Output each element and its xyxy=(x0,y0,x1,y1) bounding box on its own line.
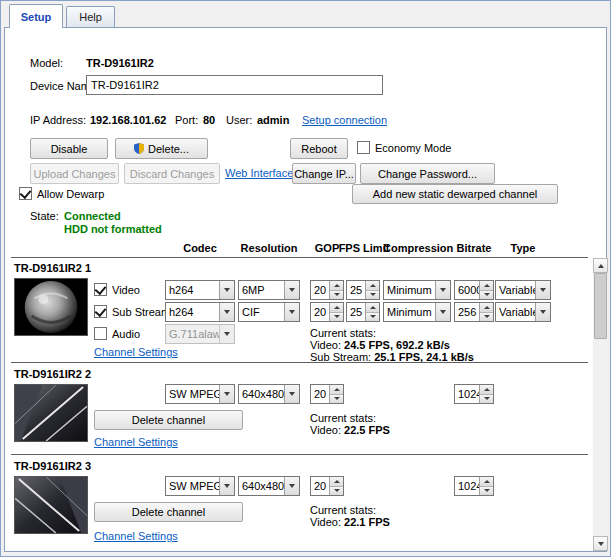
substream-compression-select[interactable]: Minimum xyxy=(383,302,451,322)
spin-up-icon[interactable] xyxy=(480,385,493,394)
substream-gop-spinner[interactable]: 20 xyxy=(310,302,344,322)
spinner-buttons xyxy=(479,385,493,403)
tab-help[interactable]: Help xyxy=(66,6,115,27)
column-header-bitrate: Bitrate xyxy=(451,242,497,254)
channel3-codec-select[interactable]: SW MPEG4 xyxy=(165,476,235,496)
spin-up-icon[interactable] xyxy=(480,303,493,312)
channel-settings-link[interactable]: Channel Settings xyxy=(94,436,178,448)
stat-prefix: Video: xyxy=(310,516,344,528)
chevron-down-icon xyxy=(219,325,234,343)
spin-down-icon[interactable] xyxy=(480,394,493,404)
spin-down-icon[interactable] xyxy=(330,290,343,300)
audio-checkbox[interactable]: Audio xyxy=(94,327,140,340)
web-interface-link[interactable]: Web Interface xyxy=(225,167,293,179)
ip-address-value: 192.168.101.62 xyxy=(90,114,166,126)
substream-checkbox[interactable]: Sub Stream xyxy=(94,305,170,318)
chevron-down-icon xyxy=(435,281,450,299)
change-ip-button[interactable]: Change IP... xyxy=(292,163,356,184)
discard-changes-button[interactable]: Discard Changes xyxy=(124,163,220,184)
scroll-down-icon xyxy=(598,542,604,546)
spin-up-icon[interactable] xyxy=(330,303,343,312)
spin-down-icon[interactable] xyxy=(366,312,379,322)
audio-codec-select[interactable]: G.711alaw xyxy=(165,324,235,344)
substream-type-select[interactable]: Variable xyxy=(495,302,551,322)
substream-resolution-select[interactable]: CIF xyxy=(238,302,300,322)
combo-value: h264 xyxy=(166,303,219,321)
spin-up-icon[interactable] xyxy=(366,303,379,312)
stat-prefix: Video: xyxy=(310,424,344,436)
ip-address-label: IP Address: xyxy=(30,114,86,126)
spin-down-icon[interactable] xyxy=(480,486,493,496)
tab-setup-label: Setup xyxy=(21,11,52,23)
scroll-down-button[interactable] xyxy=(593,536,608,551)
tab-setup[interactable]: Setup xyxy=(9,4,63,28)
delete-channel-button[interactable]: Delete channel xyxy=(94,502,243,522)
spin-down-icon[interactable] xyxy=(330,312,343,322)
device-name-input[interactable] xyxy=(86,75,383,95)
video-checkbox[interactable]: Video xyxy=(94,283,140,296)
video-fps-spinner[interactable]: 25 xyxy=(346,280,380,300)
substream-checkbox-label: Sub Stream xyxy=(112,306,170,318)
reboot-button-label: Reboot xyxy=(301,143,336,155)
spinner-buttons xyxy=(329,281,343,299)
add-dewarped-channel-button[interactable]: Add new static dewarped channel xyxy=(352,184,558,204)
video-compression-select[interactable]: Minimum xyxy=(383,280,451,300)
channel-settings-link[interactable]: Channel Settings xyxy=(94,346,178,358)
column-header-resolution: Resolution xyxy=(238,242,300,254)
video-codec-select[interactable]: h264 xyxy=(165,280,235,300)
video-type-select[interactable]: Variable xyxy=(495,280,551,300)
economy-mode-checkbox[interactable]: Economy Mode xyxy=(357,141,451,154)
channel2-gop-spinner[interactable]: 20 xyxy=(310,384,344,404)
spinner-buttons xyxy=(365,303,379,321)
substream-bitrate-spinner[interactable]: 256 xyxy=(454,302,494,322)
spin-up-icon[interactable] xyxy=(366,281,379,290)
delete-channel-button[interactable]: Delete channel xyxy=(94,410,243,430)
spinner-value: 25 xyxy=(347,281,365,299)
state-label: State: xyxy=(30,210,59,222)
scroll-up-button[interactable] xyxy=(593,258,608,273)
combo-value: Minimum xyxy=(384,303,435,321)
user-label: User: xyxy=(226,114,252,126)
video-resolution-select[interactable]: 6MP xyxy=(238,280,300,300)
spin-up-icon[interactable] xyxy=(330,477,343,486)
channel2-codec-select[interactable]: SW MPEG4 xyxy=(165,384,235,404)
chevron-down-icon xyxy=(284,281,299,299)
stat-line-video: Video: 24.5 FPS, 692.2 kB/s xyxy=(310,339,450,351)
disable-button[interactable]: Disable xyxy=(30,138,108,159)
spin-down-icon[interactable] xyxy=(480,312,493,322)
spin-up-icon[interactable] xyxy=(330,385,343,394)
channel2-resolution-select[interactable]: 640x480 xyxy=(238,384,300,404)
video-bitrate-spinner[interactable]: 6000 xyxy=(454,280,494,300)
spinner-buttons xyxy=(479,477,493,495)
model-value: TR-D9161IR2 xyxy=(86,57,154,69)
change-password-button[interactable]: Change Password... xyxy=(360,163,495,184)
channel3-resolution-select[interactable]: 640x480 xyxy=(238,476,300,496)
scrollbar-thumb[interactable] xyxy=(594,273,607,339)
channel3-gop-spinner[interactable]: 20 xyxy=(310,476,344,496)
substream-fps-spinner[interactable]: 25 xyxy=(346,302,380,322)
substream-codec-select[interactable]: h264 xyxy=(165,302,235,322)
change-password-label: Change Password... xyxy=(378,168,477,180)
separator xyxy=(11,454,588,455)
delete-button-label: Delete... xyxy=(148,143,189,155)
channel2-bitrate-spinner[interactable]: 1024 xyxy=(454,384,494,404)
channel3-bitrate-spinner[interactable]: 1024 xyxy=(454,476,494,496)
upload-changes-button[interactable]: Upload Changes xyxy=(30,163,119,184)
video-gop-spinner[interactable]: 20 xyxy=(310,280,344,300)
chevron-down-icon xyxy=(535,303,550,321)
spin-down-icon[interactable] xyxy=(366,290,379,300)
setup-connection-link[interactable]: Setup connection xyxy=(302,114,387,126)
channels-scrollbar[interactable] xyxy=(593,258,608,551)
spin-up-icon[interactable] xyxy=(480,281,493,290)
spin-down-icon[interactable] xyxy=(330,486,343,496)
spin-up-icon[interactable] xyxy=(480,477,493,486)
spin-down-icon[interactable] xyxy=(480,290,493,300)
chevron-down-icon xyxy=(219,385,234,403)
channel-settings-link[interactable]: Channel Settings xyxy=(94,530,178,542)
stat-value: 22.5 FPS xyxy=(344,424,390,436)
spin-up-icon[interactable] xyxy=(330,281,343,290)
spin-down-icon[interactable] xyxy=(330,394,343,404)
allow-dewarp-checkbox[interactable]: Allow Dewarp xyxy=(19,187,104,200)
delete-button[interactable]: Delete... xyxy=(115,138,208,159)
reboot-button[interactable]: Reboot xyxy=(290,138,348,159)
